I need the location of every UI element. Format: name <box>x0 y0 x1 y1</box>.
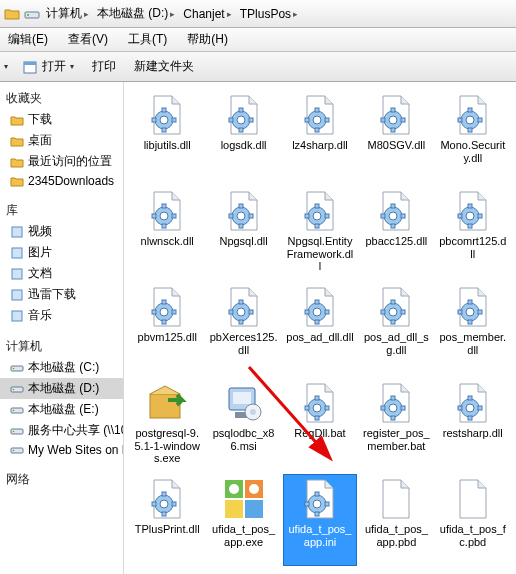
sidebar-item[interactable]: 图片 <box>0 242 123 263</box>
sidebar-item[interactable]: 迅雷下载 <box>0 284 123 305</box>
svg-point-147 <box>313 500 321 508</box>
svg-rect-78 <box>458 214 462 218</box>
file-icon <box>145 381 189 425</box>
svg-point-33 <box>313 116 321 124</box>
file-item[interactable]: pbXerces125.dll <box>206 282 280 374</box>
sidebar-item[interactable]: 本地磁盘 (D:) <box>0 378 123 399</box>
file-icon <box>451 381 495 425</box>
svg-rect-73 <box>401 214 405 218</box>
file-item[interactable]: Npgsql.dll <box>206 186 280 278</box>
file-item[interactable]: Mono.Security.dll <box>436 90 510 182</box>
menu-view[interactable]: 查看(V) <box>64 29 112 50</box>
sidebar-item-label: My Web Sites on MSN <box>28 443 123 457</box>
file-icon <box>298 189 342 233</box>
file-label: M80SGV.dll <box>368 139 426 152</box>
breadcrumb-label: Chanjet <box>183 7 224 21</box>
file-item[interactable]: ufida_t_pos_app.exe <box>206 474 280 566</box>
svg-rect-64 <box>315 204 319 208</box>
sidebar-item[interactable]: 2345Downloads <box>0 172 123 190</box>
sidebar-item[interactable]: 视频 <box>0 221 123 242</box>
organize-arrow-icon[interactable]: ▾ <box>4 62 8 71</box>
sidebar-item-icon <box>10 174 24 188</box>
file-item[interactable] <box>206 570 280 574</box>
svg-point-81 <box>160 308 168 316</box>
breadcrumb-item[interactable]: 计算机▸ <box>44 3 91 24</box>
svg-rect-121 <box>325 406 329 410</box>
file-label: pos_member.dll <box>439 331 507 356</box>
file-item[interactable]: pbacc125.dll <box>359 186 433 278</box>
sidebar-item[interactable]: 下载 <box>0 109 123 130</box>
sidebar-item-label: 视频 <box>28 223 52 240</box>
file-item[interactable]: ufida_t_pos_app.pbd <box>359 474 433 566</box>
file-item[interactable]: pbvm125.dll <box>130 282 204 374</box>
svg-rect-59 <box>239 224 243 228</box>
file-item[interactable]: postgresql-9.5.1-1-windows.exe <box>130 378 204 470</box>
file-item[interactable]: pos_ad_dll_sg.dll <box>359 282 433 374</box>
file-item[interactable]: pos_member.dll <box>436 282 510 374</box>
svg-rect-6 <box>12 269 22 279</box>
file-label: pbcomrt125.dll <box>439 235 507 260</box>
sidebar-item[interactable]: 最近访问的位置 <box>0 151 123 172</box>
sidebar-item-icon <box>10 424 24 438</box>
menu-help[interactable]: 帮助(H) <box>183 29 232 50</box>
sidebar-item[interactable]: 文档 <box>0 263 123 284</box>
file-item[interactable]: pbcomrt125.dll <box>436 186 510 278</box>
file-label: pbvm125.dll <box>138 331 197 344</box>
file-item[interactable]: logsdk.dll <box>206 90 280 182</box>
breadcrumb-label: 计算机 <box>46 5 82 22</box>
svg-rect-132 <box>458 406 462 410</box>
file-label: RegDll.bat <box>294 427 345 440</box>
file-item[interactable]: restsharp.dll <box>436 378 510 470</box>
sidebar-item-icon <box>10 309 24 323</box>
svg-point-16 <box>13 430 15 432</box>
file-label: nlwnsck.dll <box>141 235 194 248</box>
breadcrumb-item[interactable]: TPlusPos▸ <box>238 5 300 23</box>
sidebar-item-label: 本地磁盘 (C:) <box>28 359 99 376</box>
breadcrumb-item[interactable]: 本地磁盘 (D:)▸ <box>95 3 177 24</box>
file-item[interactable]: lz4sharp.dll <box>283 90 357 182</box>
svg-rect-71 <box>391 224 395 228</box>
svg-point-144 <box>229 484 239 494</box>
svg-point-12 <box>13 388 15 390</box>
file-icon <box>222 381 266 425</box>
svg-rect-125 <box>391 416 395 420</box>
file-item[interactable]: ufida_t_pos_app.ini <box>283 474 357 566</box>
file-item[interactable]: M80SGV.dll <box>359 90 433 182</box>
file-item[interactable] <box>130 570 204 574</box>
breadcrumb-item[interactable]: Chanjet▸ <box>181 5 233 23</box>
open-button[interactable]: 打开 ▾ <box>18 56 78 77</box>
file-item[interactable]: psqlodbc_x86.msi <box>206 378 280 470</box>
sidebar-item[interactable]: My Web Sites on MSN <box>0 441 123 459</box>
open-label: 打开 <box>42 58 66 75</box>
file-pane[interactable]: libjutils.dlllogsdk.dlllz4sharp.dllM80SG… <box>124 82 516 574</box>
file-item[interactable]: pos_ad_dll.dll <box>283 282 357 374</box>
svg-rect-77 <box>468 224 472 228</box>
new-folder-button[interactable]: 新建文件夹 <box>130 56 198 77</box>
sidebar: 收藏夹 下载桌面最近访问的位置2345Downloads 库 视频图片文档迅雷下… <box>0 82 124 574</box>
sidebar-item[interactable]: 音乐 <box>0 305 123 326</box>
file-item[interactable]: register_pos_member.bat <box>359 378 433 470</box>
file-item[interactable]: libjutils.dll <box>130 90 204 182</box>
file-item[interactable]: Npgsql.EntityFramework.dll <box>283 186 357 278</box>
menu-tools[interactable]: 工具(T) <box>124 29 171 50</box>
svg-rect-131 <box>468 416 472 420</box>
sidebar-item[interactable]: 本地磁盘 (E:) <box>0 399 123 420</box>
file-icon <box>145 93 189 137</box>
menu-edit[interactable]: 编辑(E) <box>4 29 52 50</box>
file-item[interactable]: TPlusPrint.dll <box>130 474 204 566</box>
file-item[interactable]: nlwnsck.dll <box>130 186 204 278</box>
svg-rect-107 <box>468 320 472 324</box>
sidebar-item[interactable]: 服务中心共享 (\\10.9 <box>0 420 123 441</box>
breadcrumb[interactable]: 计算机▸ 本地磁盘 (D:)▸ Chanjet▸ TPlusPos▸ <box>0 0 516 28</box>
sidebar-item[interactable]: 桌面 <box>0 130 123 151</box>
svg-rect-48 <box>458 118 462 122</box>
sidebar-item[interactable]: 本地磁盘 (C:) <box>0 357 123 378</box>
svg-rect-5 <box>12 248 22 258</box>
svg-rect-67 <box>325 214 329 218</box>
file-item[interactable]: RegDll.bat <box>283 378 357 470</box>
file-item[interactable]: ufida_t_pos_fc.pbd <box>436 474 510 566</box>
svg-rect-90 <box>229 310 233 314</box>
print-button[interactable]: 打印 <box>88 56 120 77</box>
svg-rect-106 <box>468 300 472 304</box>
svg-point-51 <box>160 212 168 220</box>
